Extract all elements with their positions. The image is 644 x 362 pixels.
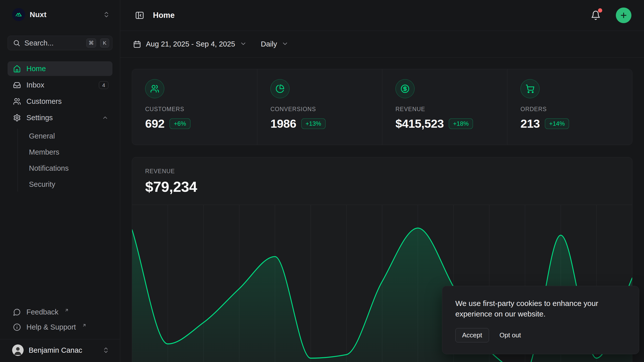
sidebar-item-members[interactable]: Members	[26, 145, 112, 159]
external-link-icon	[64, 306, 69, 314]
stat-icon-circle	[270, 79, 290, 98]
message-bubble-icon	[13, 308, 21, 316]
add-button[interactable]	[616, 8, 631, 23]
inbox-icon	[13, 81, 21, 89]
date-range-label: Aug 21, 2025 - Sep 4, 2025	[146, 40, 235, 48]
stat-icon-circle	[395, 79, 415, 98]
stat-label: CUSTOMERS	[145, 106, 244, 113]
external-link-icon	[82, 321, 87, 329]
stat-delta-badge: +6%	[170, 118, 190, 129]
revenue-value: $79,234	[145, 178, 619, 195]
stat-card-customers[interactable]: CUSTOMERS 692 +6%	[132, 69, 257, 145]
page-title: Home	[153, 11, 175, 20]
stat-label: CONVERSIONS	[270, 106, 369, 113]
stat-delta-badge: +18%	[449, 118, 473, 129]
chevrons-up-down-icon	[103, 11, 110, 18]
search-icon	[13, 39, 20, 47]
revenue-panel-header: REVENUE $79,234	[132, 157, 632, 205]
stat-value: $415,523	[395, 117, 444, 130]
stat-delta-badge: +13%	[301, 118, 326, 129]
chevron-down-icon	[281, 40, 289, 49]
sidebar-item-label: Home	[26, 65, 108, 73]
kbd-cmd: ⌘	[86, 38, 96, 48]
sidebar-footer: Feedback Help & Support Benjamin Canac	[8, 304, 112, 362]
calendar-icon	[133, 40, 141, 49]
sidebar-item-general[interactable]: General	[26, 129, 112, 143]
user-menu[interactable]: Benjamin Canac	[8, 339, 112, 362]
accept-button[interactable]: Accept	[455, 328, 489, 342]
cookie-actions: Accept Opt out	[455, 328, 626, 342]
sidebar-item-feedback[interactable]: Feedback	[8, 304, 112, 320]
inbox-count-badge: 4	[99, 81, 108, 89]
chevron-down-icon	[240, 40, 247, 49]
sidebar: Nuxt Search... ⌘ K Home Inbox 4	[0, 0, 120, 362]
cookie-banner: We use first-party cookies to enhance yo…	[442, 286, 639, 354]
main-area: Home Aug 21, 2025 - Sep 4, 2025 Daily	[120, 0, 644, 362]
stat-label: REVENUE	[395, 106, 494, 113]
sidebar-item-settings[interactable]: Settings	[8, 110, 112, 125]
brand-name: Nuxt	[30, 10, 47, 19]
revenue-label: REVENUE	[145, 168, 619, 175]
toolbar: Aug 21, 2025 - Sep 4, 2025 Daily	[120, 31, 644, 58]
stat-delta-badge: +14%	[545, 118, 569, 129]
cart-icon	[526, 84, 535, 93]
search-input[interactable]: Search... ⌘ K	[8, 36, 112, 50]
sidebar-item-label: Help & Support	[26, 323, 76, 331]
notifications-button[interactable]	[589, 8, 603, 22]
stat-card-conversions[interactable]: CONVERSIONS 1986 +13%	[257, 69, 382, 145]
interval-select[interactable]: Daily	[261, 39, 289, 49]
home-icon	[13, 65, 21, 73]
avatar	[12, 344, 24, 356]
stat-value: 692	[145, 117, 165, 130]
sidebar-nav: Home Inbox 4 Customers Settings General	[8, 61, 112, 192]
search-placeholder: Search...	[24, 39, 82, 47]
brand: Nuxt	[12, 8, 103, 21]
workspace-switcher[interactable]: Nuxt	[8, 7, 112, 23]
sidebar-item-customers[interactable]: Customers	[8, 94, 112, 109]
sidebar-item-label: Customers	[26, 97, 108, 106]
stat-icon-circle	[520, 79, 540, 98]
stat-card-revenue[interactable]: REVENUE $415,523 +18%	[382, 69, 507, 145]
kbd-k: K	[100, 38, 109, 48]
users-icon	[13, 98, 21, 105]
dollar-circle-icon	[400, 84, 410, 93]
sidebar-item-home[interactable]: Home	[8, 61, 112, 76]
settings-sub-list: General Members Notifications Security	[18, 129, 112, 192]
sidebar-item-inbox[interactable]: Inbox 4	[8, 78, 112, 92]
topbar: Home	[120, 0, 644, 31]
sidebar-item-label: Inbox	[26, 81, 93, 89]
sidebar-item-label: Feedback	[26, 308, 58, 316]
cookie-message: We use first-party cookies to enhance yo…	[455, 298, 626, 319]
stat-icon-circle	[145, 79, 164, 98]
sidebar-item-notifications[interactable]: Notifications	[26, 161, 112, 175]
chevron-up-icon	[102, 114, 108, 121]
stat-value: 1986	[270, 117, 296, 130]
stat-card-orders[interactable]: ORDERS 213 +14%	[507, 69, 632, 145]
plus-icon	[620, 11, 628, 19]
notification-dot	[598, 8, 602, 13]
stat-label: ORDERS	[520, 106, 619, 113]
sidebar-item-help-support[interactable]: Help & Support	[8, 320, 112, 335]
chevrons-up-down-icon	[102, 347, 109, 354]
stats-panel: CUSTOMERS 692 +6% CONVERSIONS 1986 +13%	[132, 69, 632, 145]
sidebar-collapse-button[interactable]	[133, 9, 146, 22]
panel-left-close-icon	[135, 11, 144, 20]
sidebar-item-security[interactable]: Security	[26, 177, 112, 192]
stat-value: 213	[520, 117, 540, 130]
opt-out-button[interactable]: Opt out	[500, 328, 521, 342]
sidebar-item-label: Settings	[26, 114, 96, 122]
gear-icon	[13, 114, 21, 122]
pie-chart-icon	[275, 84, 285, 93]
interval-label: Daily	[261, 40, 277, 48]
users-icon	[150, 84, 159, 93]
date-range-button[interactable]: Aug 21, 2025 - Sep 4, 2025	[133, 39, 247, 49]
info-circle-icon	[13, 323, 21, 331]
user-name: Benjamin Canac	[29, 346, 97, 354]
app-root: Nuxt Search... ⌘ K Home Inbox 4	[0, 0, 644, 362]
nuxt-logo-icon	[12, 8, 25, 21]
